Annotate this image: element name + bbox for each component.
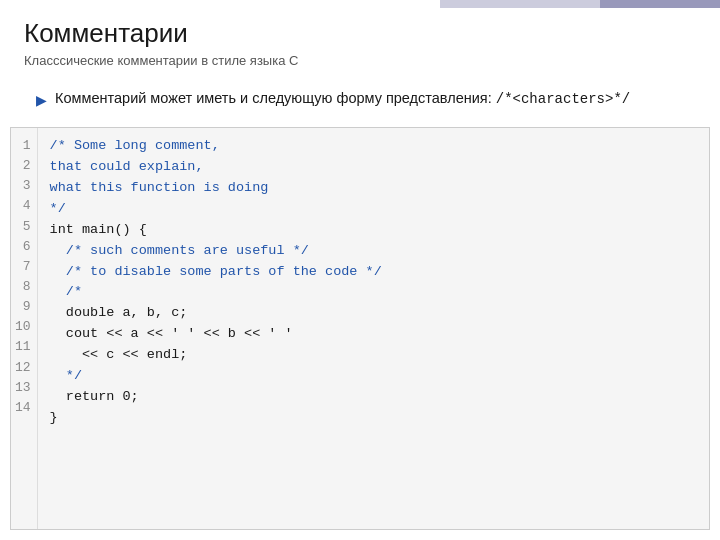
line-number: 12	[15, 358, 31, 378]
line-number: 10	[15, 317, 31, 337]
code-line: cout << a << ' ' << b << ' '	[50, 324, 382, 345]
code-line: double a, b, c;	[50, 303, 382, 324]
header: Комментарии Класссические комментарии в …	[0, 0, 720, 78]
code-line: */	[50, 366, 382, 387]
line-number: 7	[15, 257, 31, 277]
line-numbers: 1234567891011121314	[11, 128, 38, 529]
bullet-code: /*<characters>*/	[496, 91, 630, 107]
code-line: << c << endl;	[50, 345, 382, 366]
code-line: return 0;	[50, 387, 382, 408]
code-line: /* such comments are useful */	[50, 241, 382, 262]
code-line: /* Some long comment,	[50, 136, 382, 157]
code-content[interactable]: /* Some long comment,that could explain,…	[38, 128, 394, 529]
code-line: /* to disable some parts of the code */	[50, 262, 382, 283]
bullet-description: Комментарий может иметь и следующую форм…	[55, 90, 496, 106]
bullet-item: ▶ Комментарий может иметь и следующую фо…	[36, 88, 696, 111]
bullet-section: ▶ Комментарий может иметь и следующую фо…	[0, 78, 720, 121]
line-number: 8	[15, 277, 31, 297]
page-subtitle: Класссические комментарии в стиле языка …	[24, 53, 696, 68]
code-line: /*	[50, 282, 382, 303]
line-number: 11	[15, 337, 31, 357]
code-block: 1234567891011121314 /* Some long comment…	[11, 128, 709, 529]
code-line: */	[50, 199, 382, 220]
top-scrollbar-thumb[interactable]	[600, 0, 720, 8]
top-scrollbar[interactable]	[440, 0, 720, 8]
line-number: 3	[15, 176, 31, 196]
code-line: }	[50, 408, 382, 429]
code-block-wrapper: 1234567891011121314 /* Some long comment…	[10, 127, 710, 530]
line-number: 2	[15, 156, 31, 176]
line-number: 6	[15, 237, 31, 257]
code-line: that could explain,	[50, 157, 382, 178]
line-number: 5	[15, 217, 31, 237]
page: Комментарии Класссические комментарии в …	[0, 0, 720, 540]
code-line: int main() {	[50, 220, 382, 241]
page-title: Комментарии	[24, 18, 696, 49]
bullet-arrow-icon: ▶	[36, 90, 47, 111]
code-line: what this function is doing	[50, 178, 382, 199]
line-number: 13	[15, 378, 31, 398]
line-number: 14	[15, 398, 31, 418]
line-number: 1	[15, 136, 31, 156]
bullet-text: Комментарий может иметь и следующую форм…	[55, 88, 630, 110]
line-number: 9	[15, 297, 31, 317]
line-number: 4	[15, 196, 31, 216]
